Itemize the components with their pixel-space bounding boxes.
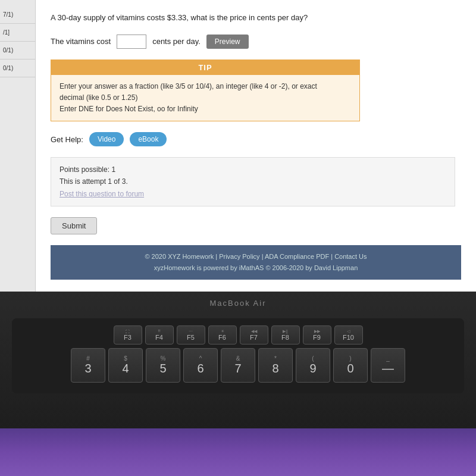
key-6[interactable]: ^ 6 — [183, 348, 218, 383]
key-7[interactable]: & 7 — [221, 348, 255, 383]
attempt-text: This is attempt 1 of 3. — [60, 176, 446, 187]
key-f5[interactable]: ⋯ F5 — [177, 325, 205, 345]
key-f3[interactable]: ⛶ F3 — [114, 325, 142, 345]
answer-row: The vitamins cost cents per day. Preview — [51, 35, 461, 49]
purple-gradient — [0, 428, 476, 476]
keyboard: ⛶ F3 ⠿ F4 ⋯ F5 ☀ F6 ◀◀ F7 ▶|| F8 — [12, 318, 464, 393]
sidebar-item-2: /1] — [0, 24, 35, 42]
key-f8[interactable]: ▶|| F8 — [271, 325, 300, 345]
footer-line2: xyzHomework is powered by iMathAS © 2006… — [57, 262, 455, 274]
get-help-row: Get Help: Video eBook — [51, 132, 461, 146]
sidebar-item-3: 0/1) — [0, 42, 35, 60]
key-9[interactable]: ( 9 — [296, 348, 330, 383]
tip-line1: Enter your answer as a fraction (like 3/… — [60, 82, 317, 90]
key-5[interactable]: % 5 — [146, 348, 180, 383]
sidebar: 7/1) /1] 0/1) 0/1) — [0, 0, 36, 292]
sidebar-item-4: 0/1) — [0, 60, 35, 77]
key-4[interactable]: $ 4 — [108, 348, 143, 383]
key-f10[interactable]: ◁ F10 — [334, 325, 363, 345]
function-key-row: ⛶ F3 ⠿ F4 ⋯ F5 ☀ F6 ◀◀ F7 ▶|| F8 — [18, 325, 458, 345]
answer-label-after: cents per day. — [152, 37, 201, 46]
answer-label-before: The vitamins cost — [51, 37, 111, 46]
post-question-link[interactable]: Post this question to forum — [60, 190, 144, 198]
sidebar-item-1: 7/1) — [0, 6, 35, 24]
key-3[interactable]: # 3 — [71, 348, 105, 383]
ebook-button[interactable]: eBook — [130, 132, 167, 146]
points-section: Points possible: 1 This is attempt 1 of … — [51, 157, 455, 206]
key-f4[interactable]: ⠿ F4 — [145, 325, 174, 345]
laptop-body: MacBook Air ⛶ F3 ⠿ F4 ⋯ F5 ☀ F6 ◀◀ F7 — [0, 292, 476, 476]
tip-line3: Enter DNE for Does Not Exist, oo for Inf… — [60, 105, 198, 113]
key-dash[interactable]: _ — — [371, 348, 405, 383]
main-content: A 30-day supply of vitamins costs $3.33,… — [36, 0, 476, 292]
points-possible: Points possible: 1 — [60, 164, 446, 176]
tip-box: TIP Enter your answer as a fraction (lik… — [51, 60, 360, 122]
number-key-row: # 3 $ 4 % 5 ^ 6 & 7 * 8 — [18, 348, 458, 383]
footer: © 2020 XYZ Homework | Privacy Policy | A… — [51, 245, 461, 279]
tip-body: Enter your answer as a fraction (like 3/… — [51, 75, 359, 121]
key-f6[interactable]: ☀ F6 — [208, 325, 237, 345]
tip-line2: decimal (like 0.5 or 1.25) — [60, 93, 137, 102]
key-f9[interactable]: ▶▶ F9 — [303, 325, 331, 345]
tip-header: TIP — [51, 60, 359, 75]
get-help-label: Get Help: — [51, 135, 83, 144]
key-f7[interactable]: ◀◀ F7 — [240, 325, 268, 345]
laptop-brand: MacBook Air — [210, 299, 267, 308]
preview-button[interactable]: Preview — [206, 35, 249, 49]
video-button[interactable]: Video — [89, 132, 124, 146]
submit-button[interactable]: Submit — [51, 217, 97, 234]
key-8[interactable]: * 8 — [258, 348, 293, 383]
key-0[interactable]: ) 0 — [333, 348, 368, 383]
footer-line1: © 2020 XYZ Homework | Privacy Policy | A… — [57, 251, 455, 262]
question-text: A 30-day supply of vitamins costs $3.33,… — [51, 12, 461, 24]
answer-input[interactable] — [117, 35, 146, 49]
